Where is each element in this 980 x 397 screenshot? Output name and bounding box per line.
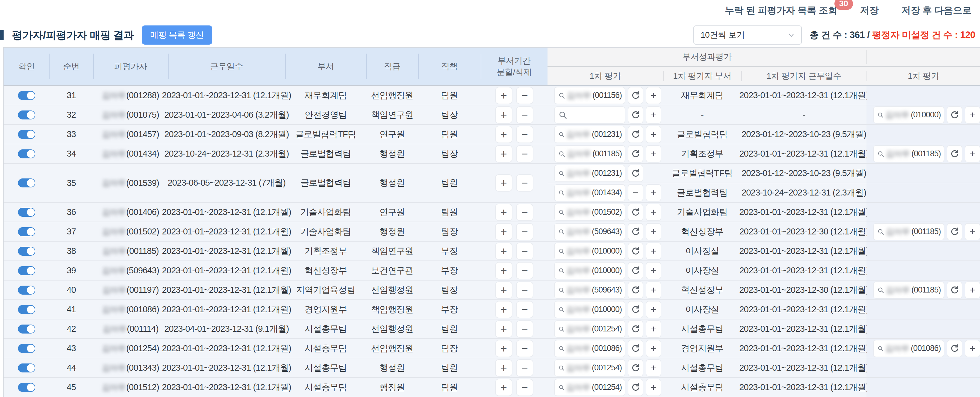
eval1-reset-button[interactable] xyxy=(628,359,643,376)
eval1-search-field[interactable]: 김아무(001254) xyxy=(554,359,625,376)
eval1-reset-button[interactable] xyxy=(628,126,643,143)
period-split-button[interactable]: + xyxy=(495,301,512,318)
eval1-add-button[interactable]: + xyxy=(646,243,661,260)
eval1-reset-button[interactable] xyxy=(628,243,643,260)
eval1-search-field[interactable]: 김아무(001231) xyxy=(554,126,625,143)
eval1-search-field[interactable] xyxy=(554,106,625,124)
confirm-toggle[interactable] xyxy=(18,91,35,100)
period-delete-button[interactable]: − xyxy=(516,262,533,279)
period-delete-button[interactable]: − xyxy=(516,87,533,104)
period-delete-button[interactable]: − xyxy=(516,301,533,318)
eval1-add-button[interactable]: + xyxy=(646,340,661,357)
confirm-toggle[interactable] xyxy=(18,130,35,139)
eval1-reset-button[interactable] xyxy=(628,301,643,318)
period-delete-button[interactable]: − xyxy=(516,223,533,240)
period-split-button[interactable]: + xyxy=(495,203,512,221)
eval1-add-button[interactable]: + xyxy=(646,359,661,376)
period-delete-button[interactable]: − xyxy=(516,379,533,396)
period-delete-button[interactable]: − xyxy=(516,281,533,299)
confirm-toggle[interactable] xyxy=(18,178,35,187)
confirm-toggle[interactable] xyxy=(18,247,35,256)
eval2-search-field[interactable]: 김아무(010000) xyxy=(873,106,944,124)
period-split-button[interactable]: + xyxy=(495,320,512,338)
eval1-reset-button[interactable] xyxy=(628,87,643,104)
save-and-next-button[interactable]: 저장 후 다음으로 xyxy=(902,4,972,17)
period-split-button[interactable]: + xyxy=(495,223,512,240)
eval1-add-button[interactable]: + xyxy=(646,145,661,163)
eval2-add-button[interactable]: + xyxy=(965,340,980,357)
eval1-search-field[interactable]: 김아무(001156) xyxy=(554,87,625,104)
period-split-button[interactable]: + xyxy=(495,87,512,104)
period-delete-button[interactable]: − xyxy=(516,340,533,357)
eval1-search-field[interactable]: 김아무(001254) xyxy=(554,379,625,396)
confirm-toggle[interactable] xyxy=(18,149,35,158)
period-split-button[interactable]: + xyxy=(495,145,512,163)
period-delete-button[interactable]: − xyxy=(516,174,533,192)
eval2-search-field[interactable]: 김아무(001185) xyxy=(873,281,944,299)
eval1-add-button[interactable]: + xyxy=(646,106,661,124)
eval1-search-field[interactable]: 김아무(509643) xyxy=(554,281,625,299)
eval1-add-button[interactable]: + xyxy=(646,87,661,104)
eval1-search-field[interactable]: 김아무(001254) xyxy=(554,320,625,338)
period-split-button[interactable]: + xyxy=(495,126,512,143)
confirm-toggle[interactable] xyxy=(18,227,35,236)
eval1-search-field[interactable]: 김아무(001185) xyxy=(554,145,625,163)
period-split-button[interactable]: + xyxy=(495,106,512,124)
eval1-add-button[interactable]: + xyxy=(646,126,661,143)
period-split-button[interactable]: + xyxy=(495,359,512,376)
confirm-toggle[interactable] xyxy=(18,208,35,217)
eval2-search-field[interactable]: 김아무(001086) xyxy=(873,340,944,357)
eval2-reset-button[interactable] xyxy=(947,145,963,163)
eval1-reset-button[interactable] xyxy=(628,379,643,396)
eval2-reset-button[interactable] xyxy=(947,223,963,240)
period-split-button[interactable]: + xyxy=(495,281,512,299)
eval1-add-button[interactable]: + xyxy=(646,184,661,202)
confirm-toggle[interactable] xyxy=(18,266,35,275)
confirm-toggle[interactable] xyxy=(18,344,35,353)
eval1-reset-button[interactable] xyxy=(628,281,643,299)
eval1-search-field[interactable]: 김아무(001086) xyxy=(554,340,625,357)
confirm-toggle[interactable] xyxy=(18,383,35,392)
period-delete-button[interactable]: − xyxy=(516,203,533,221)
missing-evaluatee-list-button[interactable]: 누락 된 피평가자 목록 조회 30 xyxy=(725,4,837,17)
eval1-reset-button[interactable] xyxy=(628,203,643,221)
period-delete-button[interactable]: − xyxy=(516,243,533,260)
eval1-add-button[interactable]: + xyxy=(646,301,661,318)
eval1-add-button[interactable]: + xyxy=(646,281,661,299)
period-split-button[interactable]: + xyxy=(495,340,512,357)
confirm-toggle[interactable] xyxy=(18,286,35,295)
eval2-add-button[interactable]: + xyxy=(965,281,980,299)
eval1-search-field[interactable]: 김아무(010000) xyxy=(554,243,625,260)
eval2-reset-button[interactable] xyxy=(947,106,963,124)
eval2-add-button[interactable]: + xyxy=(965,145,980,163)
eval1-add-button[interactable]: + xyxy=(646,262,661,279)
period-delete-button[interactable]: − xyxy=(516,106,533,124)
eval1-search-field[interactable]: 김아무(001434) xyxy=(554,184,625,202)
eval1-add-button[interactable]: + xyxy=(646,320,661,338)
eval2-reset-button[interactable] xyxy=(947,340,963,357)
confirm-toggle[interactable] xyxy=(18,111,35,119)
eval1-reset-button[interactable] xyxy=(628,165,643,182)
page-size-select[interactable]: 10건씩 보기 xyxy=(694,25,802,44)
refresh-mapping-list-button[interactable]: 매핑 목록 갱신 xyxy=(142,25,212,44)
eval1-reset-button[interactable] xyxy=(628,340,643,357)
eval1-search-field[interactable]: 김아무(001502) xyxy=(554,203,625,221)
eval1-search-field[interactable]: 김아무(001231) xyxy=(554,165,625,182)
eval1-add-button[interactable]: + xyxy=(646,379,661,396)
eval1-reset-button[interactable] xyxy=(628,106,643,124)
period-delete-button[interactable]: − xyxy=(516,359,533,376)
eval2-reset-button[interactable] xyxy=(947,281,963,299)
eval1-search-field[interactable]: 김아무(509643) xyxy=(554,223,625,240)
eval1-search-field[interactable]: 김아무(010000) xyxy=(554,301,625,318)
period-delete-button[interactable]: − xyxy=(516,145,533,163)
period-split-button[interactable]: + xyxy=(495,379,512,396)
confirm-toggle[interactable] xyxy=(18,324,35,333)
period-split-button[interactable]: + xyxy=(495,174,512,192)
eval1-remove-button[interactable]: − xyxy=(628,184,643,202)
eval2-add-button[interactable]: + xyxy=(965,106,980,124)
period-split-button[interactable]: + xyxy=(495,262,512,279)
save-button[interactable]: 저장 xyxy=(860,4,879,17)
eval1-search-field[interactable]: 김아무(010000) xyxy=(554,262,625,279)
eval2-search-field[interactable]: 김아무(001185) xyxy=(873,145,944,163)
eval2-search-field[interactable]: 김아무(001185) xyxy=(873,223,944,240)
